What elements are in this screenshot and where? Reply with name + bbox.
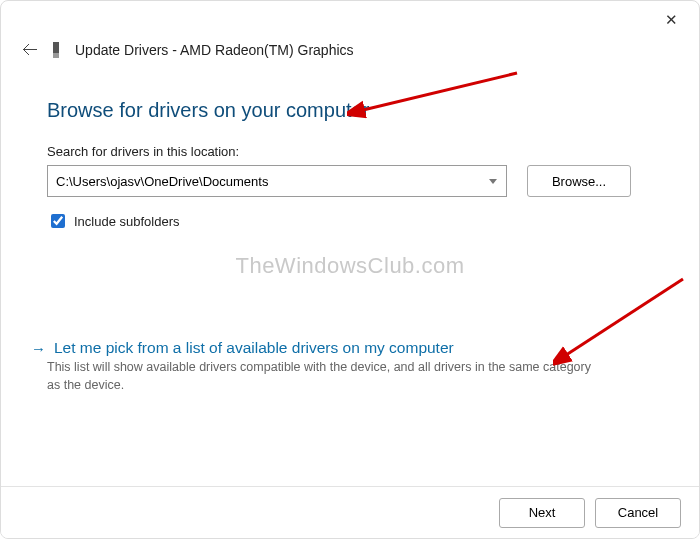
- browse-button[interactable]: Browse...: [527, 165, 631, 197]
- arrow-right-icon: →: [31, 340, 46, 357]
- window-title: Update Drivers - AMD Radeon(TM) Graphics: [75, 42, 354, 58]
- cancel-button[interactable]: Cancel: [595, 498, 681, 528]
- path-input[interactable]: [47, 165, 507, 197]
- include-subfolders-row: Include subfolders: [47, 211, 653, 231]
- footer: Next Cancel: [1, 486, 699, 538]
- titlebar: ✕: [1, 1, 699, 39]
- next-button[interactable]: Next: [499, 498, 585, 528]
- path-combo: [47, 165, 507, 197]
- content-area: Browse for drivers on your computer Sear…: [1, 69, 699, 394]
- device-icon: [53, 42, 59, 58]
- close-icon[interactable]: ✕: [657, 6, 685, 34]
- pick-from-list-title[interactable]: → Let me pick from a list of available d…: [47, 339, 653, 357]
- search-row: Browse...: [47, 165, 653, 197]
- header: 🡠 Update Drivers - AMD Radeon(TM) Graphi…: [1, 39, 699, 69]
- include-subfolders-checkbox[interactable]: [51, 214, 65, 228]
- back-arrow-icon[interactable]: 🡠: [21, 41, 39, 59]
- page-heading: Browse for drivers on your computer: [47, 99, 653, 122]
- pick-title-text: Let me pick from a list of available dri…: [54, 339, 454, 357]
- pick-from-list-link[interactable]: → Let me pick from a list of available d…: [47, 339, 653, 394]
- pick-from-list-description: This list will show available drivers co…: [47, 359, 597, 394]
- search-location-label: Search for drivers in this location:: [47, 144, 653, 159]
- include-subfolders-label: Include subfolders: [74, 214, 180, 229]
